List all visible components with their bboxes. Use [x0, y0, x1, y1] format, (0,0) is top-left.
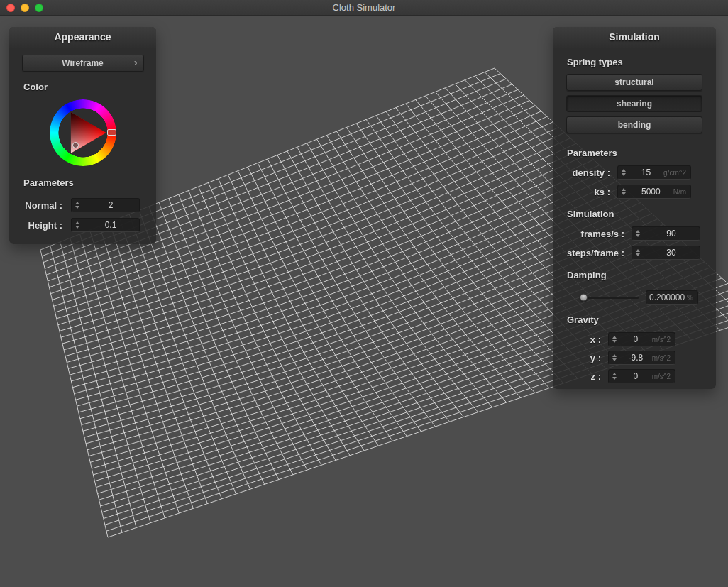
- spring-button-structural-label: structural: [614, 77, 653, 87]
- close-button[interactable]: [6, 4, 15, 12]
- damping-unit: %: [687, 294, 697, 302]
- triangle-black-gradient: [57, 107, 109, 158]
- normal-label: Normal :: [9, 200, 71, 211]
- spinner-down-icon[interactable]: [75, 226, 79, 229]
- steps-label: steps/frame :: [567, 248, 632, 258]
- wireframe-dropdown-label: Wireframe: [62, 58, 104, 68]
- spinner-up-icon[interactable]: [75, 221, 79, 224]
- damping-value-box[interactable]: 0.200000 %: [646, 290, 698, 305]
- gravity-x-spinner-arrows[interactable]: [609, 333, 619, 346]
- ks-value: 5000: [629, 187, 673, 197]
- spinner-up-icon[interactable]: [622, 169, 626, 172]
- ks-spinbox[interactable]: 5000 N/m: [617, 185, 691, 199]
- gravity-z-spinbox[interactable]: 0 m/s^2: [608, 369, 675, 383]
- gravity-y-label: y :: [590, 353, 608, 363]
- gravity-z-row: z : 0 m/s^2: [553, 369, 675, 383]
- height-label: Height :: [9, 220, 71, 231]
- gravity-y-unit: m/s^2: [652, 354, 675, 362]
- density-unit: g/cm^2: [663, 169, 690, 177]
- gravity-y-spinner-arrows[interactable]: [609, 351, 619, 364]
- spinner-up-icon[interactable]: [612, 336, 617, 339]
- steps-spinner-arrows[interactable]: [632, 246, 643, 259]
- spinner-up-icon[interactable]: [636, 249, 640, 252]
- wireframe-dropdown-button[interactable]: Wireframe ›: [22, 55, 144, 72]
- ks-row: ks : 5000 N/m: [553, 185, 691, 199]
- spinner-up-icon[interactable]: [622, 188, 626, 191]
- normal-spinner-arrows[interactable]: [72, 199, 82, 212]
- normal-row: Normal : 2: [9, 198, 140, 212]
- spring-button-shearing-label: shearing: [617, 99, 652, 109]
- spinner-up-icon[interactable]: [75, 202, 79, 204]
- gravity-z-spinner-arrows[interactable]: [609, 370, 619, 383]
- density-label: density :: [573, 168, 617, 178]
- frames-label: frames/s :: [581, 229, 632, 239]
- ks-label: ks :: [595, 187, 617, 197]
- spinner-down-icon[interactable]: [612, 358, 617, 361]
- gravity-x-unit: m/s^2: [652, 336, 675, 344]
- density-row: density : 15 g/cm^2: [553, 165, 691, 180]
- titlebar[interactable]: Cloth Simulator: [0, 0, 728, 16]
- simulation-parameters-label: Parameters: [567, 148, 702, 158]
- hue-marker[interactable]: [107, 129, 116, 136]
- frames-spinbox[interactable]: 90: [632, 226, 700, 241]
- spring-button-bending[interactable]: bending: [566, 116, 702, 133]
- density-spinbox[interactable]: 15 g/cm^2: [617, 165, 691, 180]
- frames-row: frames/s : 90: [553, 226, 700, 241]
- steps-spinbox[interactable]: 30: [632, 246, 700, 260]
- ks-spinner-arrows[interactable]: [618, 185, 629, 198]
- spring-types-label: Spring types: [567, 57, 702, 67]
- gravity-x-row: x : 0 m/s^2: [553, 332, 675, 346]
- damping-slider-row: 0.200000 %: [581, 290, 698, 305]
- damping-label: Damping: [567, 270, 702, 280]
- simulation-panel-title: Simulation: [553, 27, 716, 48]
- gravity-x-label: x :: [590, 334, 608, 345]
- gravity-y-spinbox[interactable]: -9.8 m/s^2: [608, 351, 675, 365]
- gravity-label: Gravity: [567, 314, 702, 325]
- spring-button-structural[interactable]: structural: [566, 74, 702, 91]
- fullscreen-button[interactable]: [35, 4, 43, 12]
- spinner-up-icon[interactable]: [612, 354, 617, 357]
- spinner-down-icon[interactable]: [75, 206, 79, 209]
- height-row: Height : 0.1: [9, 218, 140, 232]
- ks-unit: N/m: [673, 188, 690, 196]
- color-section-label: Color: [23, 82, 142, 92]
- appearance-parameters-label: Parameters: [23, 177, 142, 188]
- gravity-z-label: z :: [591, 371, 608, 382]
- gravity-y-row: y : -9.8 m/s^2: [553, 351, 675, 365]
- chevron-right-icon: ›: [134, 57, 138, 68]
- density-value: 15: [629, 168, 663, 177]
- minimize-button[interactable]: [21, 4, 29, 12]
- height-spinbox[interactable]: 0.1: [71, 218, 140, 232]
- spinner-down-icon[interactable]: [636, 234, 640, 237]
- gravity-z-unit: m/s^2: [652, 373, 675, 380]
- simulation-panel: Simulation Spring types structural shear…: [553, 27, 716, 389]
- steps-row: steps/frame : 30: [553, 246, 700, 260]
- spinner-up-icon[interactable]: [612, 373, 617, 375]
- damping-slider-knob[interactable]: [580, 294, 588, 302]
- gravity-z-value: 0: [619, 371, 652, 381]
- spinner-down-icon[interactable]: [622, 173, 626, 176]
- spinner-down-icon[interactable]: [612, 340, 617, 343]
- color-wheel[interactable]: [50, 99, 116, 166]
- spinner-up-icon[interactable]: [636, 230, 640, 233]
- window-title: Cloth Simulator: [0, 2, 728, 13]
- frames-spinner-arrows[interactable]: [632, 227, 643, 240]
- gravity-x-spinbox[interactable]: 0 m/s^2: [608, 332, 675, 346]
- spinner-down-icon[interactable]: [612, 377, 617, 380]
- frames-value: 90: [643, 229, 700, 238]
- spring-button-shearing[interactable]: shearing: [566, 95, 702, 112]
- damping-value: 0.200000: [646, 292, 687, 302]
- spring-button-bending-label: bending: [618, 120, 651, 130]
- spinner-down-icon[interactable]: [636, 253, 640, 256]
- height-spinner-arrows[interactable]: [72, 219, 82, 231]
- saturation-value-marker[interactable]: [72, 142, 79, 148]
- density-spinner-arrows[interactable]: [618, 166, 629, 179]
- saturation-value-triangle[interactable]: [57, 107, 109, 158]
- simulation-section-label: Simulation: [567, 209, 702, 219]
- damping-slider-track[interactable]: [581, 297, 639, 299]
- steps-value: 30: [643, 248, 700, 258]
- normal-spinbox[interactable]: 2: [71, 198, 140, 212]
- spinner-down-icon[interactable]: [622, 192, 626, 195]
- height-value: 0.1: [82, 220, 139, 230]
- gravity-x-value: 0: [619, 334, 652, 344]
